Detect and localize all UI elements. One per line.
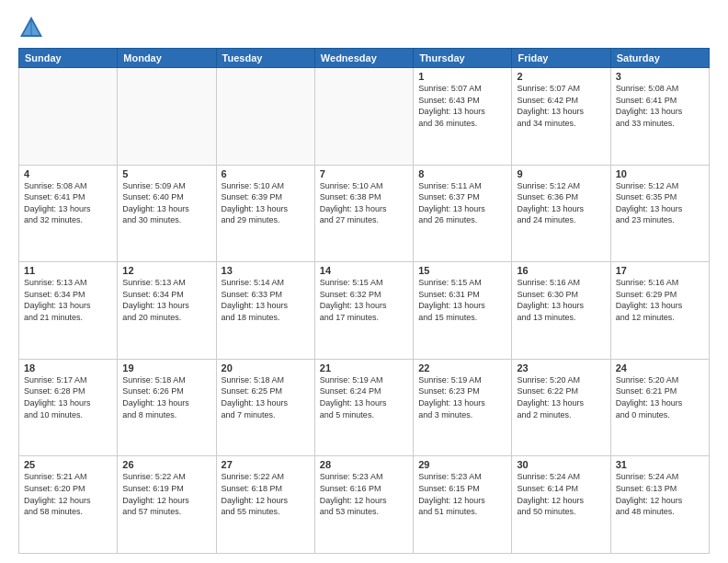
day-number: 23 [517,362,605,373]
day-info: Sunrise: 5:10 AM Sunset: 6:39 PM Dayligh… [222,180,310,226]
day-info: Sunrise: 5:12 AM Sunset: 6:36 PM Dayligh… [517,180,605,226]
calendar-cell: 31Sunrise: 5:24 AM Sunset: 6:13 PM Dayli… [610,456,709,554]
day-number: 24 [616,362,704,373]
day-info: Sunrise: 5:20 AM Sunset: 6:21 PM Dayligh… [616,374,704,420]
day-number: 8 [418,168,506,179]
day-number: 1 [418,71,506,82]
day-info: Sunrise: 5:24 AM Sunset: 6:13 PM Dayligh… [616,471,704,517]
day-number: 29 [418,459,506,470]
day-info: Sunrise: 5:16 AM Sunset: 6:29 PM Dayligh… [616,277,704,323]
calendar-cell [216,68,314,166]
day-header-saturday: Saturday [610,49,709,68]
calendar-cell: 27Sunrise: 5:22 AM Sunset: 6:18 PM Dayli… [216,456,314,554]
day-number: 10 [616,168,704,179]
day-info: Sunrise: 5:22 AM Sunset: 6:18 PM Dayligh… [222,471,310,517]
day-info: Sunrise: 5:11 AM Sunset: 6:37 PM Dayligh… [418,180,506,226]
day-header-wednesday: Wednesday [314,49,413,68]
week-row-4: 18Sunrise: 5:17 AM Sunset: 6:28 PM Dayli… [19,359,710,456]
calendar-cell: 17Sunrise: 5:16 AM Sunset: 6:29 PM Dayli… [610,262,709,360]
day-number: 27 [222,459,310,470]
day-info: Sunrise: 5:08 AM Sunset: 6:41 PM Dayligh… [616,83,704,129]
day-info: Sunrise: 5:19 AM Sunset: 6:24 PM Dayligh… [320,374,408,420]
day-info: Sunrise: 5:12 AM Sunset: 6:35 PM Dayligh… [616,180,704,226]
calendar-cell: 6Sunrise: 5:10 AM Sunset: 6:39 PM Daylig… [216,165,314,262]
calendar-cell: 1Sunrise: 5:07 AM Sunset: 6:43 PM Daylig… [414,68,512,166]
day-info: Sunrise: 5:08 AM Sunset: 6:41 PM Dayligh… [24,180,112,226]
day-info: Sunrise: 5:07 AM Sunset: 6:42 PM Dayligh… [517,83,605,129]
week-row-2: 4Sunrise: 5:08 AM Sunset: 6:41 PM Daylig… [19,165,710,262]
calendar-cell: 8Sunrise: 5:11 AM Sunset: 6:37 PM Daylig… [414,165,512,262]
day-number: 15 [418,265,506,276]
calendar-cell: 23Sunrise: 5:20 AM Sunset: 6:22 PM Dayli… [512,359,610,456]
calendar-cell: 28Sunrise: 5:23 AM Sunset: 6:16 PM Dayli… [314,456,413,554]
day-number: 12 [122,265,210,276]
day-header-monday: Monday [118,49,216,68]
week-row-5: 25Sunrise: 5:21 AM Sunset: 6:20 PM Dayli… [19,456,710,554]
day-info: Sunrise: 5:15 AM Sunset: 6:31 PM Dayligh… [418,277,506,323]
calendar-cell: 25Sunrise: 5:21 AM Sunset: 6:20 PM Dayli… [19,456,118,554]
day-number: 30 [517,459,605,470]
day-number: 19 [122,362,210,373]
day-header-sunday: Sunday [19,49,118,68]
logo [18,15,48,40]
calendar-cell: 14Sunrise: 5:15 AM Sunset: 6:32 PM Dayli… [314,262,413,360]
day-number: 3 [616,71,704,82]
day-number: 20 [222,362,310,373]
day-info: Sunrise: 5:14 AM Sunset: 6:33 PM Dayligh… [222,277,310,323]
day-info: Sunrise: 5:09 AM Sunset: 6:40 PM Dayligh… [122,180,210,226]
day-info: Sunrise: 5:23 AM Sunset: 6:16 PM Dayligh… [320,471,408,517]
day-number: 26 [122,459,210,470]
day-info: Sunrise: 5:23 AM Sunset: 6:15 PM Dayligh… [418,471,506,517]
day-number: 5 [122,168,210,179]
week-row-1: 1Sunrise: 5:07 AM Sunset: 6:43 PM Daylig… [19,68,710,166]
calendar-table: SundayMondayTuesdayWednesdayThursdayFrid… [18,48,710,554]
day-info: Sunrise: 5:19 AM Sunset: 6:23 PM Dayligh… [418,374,506,420]
calendar-cell: 21Sunrise: 5:19 AM Sunset: 6:24 PM Dayli… [314,359,413,456]
calendar-cell: 15Sunrise: 5:15 AM Sunset: 6:31 PM Dayli… [414,262,512,360]
calendar-cell: 13Sunrise: 5:14 AM Sunset: 6:33 PM Dayli… [216,262,314,360]
day-number: 31 [616,459,704,470]
page: SundayMondayTuesdayWednesdayThursdayFrid… [0,0,728,563]
day-number: 11 [24,265,112,276]
day-info: Sunrise: 5:20 AM Sunset: 6:22 PM Dayligh… [517,374,605,420]
day-number: 14 [320,265,408,276]
calendar-cell: 3Sunrise: 5:08 AM Sunset: 6:41 PM Daylig… [610,68,709,166]
day-info: Sunrise: 5:24 AM Sunset: 6:14 PM Dayligh… [517,471,605,517]
day-info: Sunrise: 5:18 AM Sunset: 6:25 PM Dayligh… [222,374,310,420]
day-number: 4 [24,168,112,179]
day-info: Sunrise: 5:17 AM Sunset: 6:28 PM Dayligh… [24,374,112,420]
day-info: Sunrise: 5:15 AM Sunset: 6:32 PM Dayligh… [320,277,408,323]
day-info: Sunrise: 5:18 AM Sunset: 6:26 PM Dayligh… [122,374,210,420]
day-header-tuesday: Tuesday [216,49,314,68]
day-info: Sunrise: 5:21 AM Sunset: 6:20 PM Dayligh… [24,471,112,517]
calendar-cell: 4Sunrise: 5:08 AM Sunset: 6:41 PM Daylig… [19,165,118,262]
header [18,15,710,40]
calendar-cell: 11Sunrise: 5:13 AM Sunset: 6:34 PM Dayli… [19,262,118,360]
calendar-cell: 10Sunrise: 5:12 AM Sunset: 6:35 PM Dayli… [610,165,709,262]
calendar-cell: 24Sunrise: 5:20 AM Sunset: 6:21 PM Dayli… [610,359,709,456]
calendar-cell: 29Sunrise: 5:23 AM Sunset: 6:15 PM Dayli… [414,456,512,554]
days-row: SundayMondayTuesdayWednesdayThursdayFrid… [19,49,710,68]
calendar-cell: 30Sunrise: 5:24 AM Sunset: 6:14 PM Dayli… [512,456,610,554]
day-number: 16 [517,265,605,276]
day-number: 21 [320,362,408,373]
day-header-thursday: Thursday [414,49,512,68]
day-number: 6 [222,168,310,179]
calendar-cell: 12Sunrise: 5:13 AM Sunset: 6:34 PM Dayli… [118,262,216,360]
day-number: 13 [222,265,310,276]
day-number: 17 [616,265,704,276]
day-number: 2 [517,71,605,82]
day-number: 9 [517,168,605,179]
calendar-cell: 9Sunrise: 5:12 AM Sunset: 6:36 PM Daylig… [512,165,610,262]
day-number: 22 [418,362,506,373]
calendar-body: 1Sunrise: 5:07 AM Sunset: 6:43 PM Daylig… [19,68,710,554]
day-number: 18 [24,362,112,373]
calendar-cell: 19Sunrise: 5:18 AM Sunset: 6:26 PM Dayli… [118,359,216,456]
calendar-cell: 5Sunrise: 5:09 AM Sunset: 6:40 PM Daylig… [118,165,216,262]
calendar-cell: 2Sunrise: 5:07 AM Sunset: 6:42 PM Daylig… [512,68,610,166]
day-number: 7 [320,168,408,179]
day-info: Sunrise: 5:16 AM Sunset: 6:30 PM Dayligh… [517,277,605,323]
logo-icon [18,15,44,40]
calendar-cell: 16Sunrise: 5:16 AM Sunset: 6:30 PM Dayli… [512,262,610,360]
day-info: Sunrise: 5:22 AM Sunset: 6:19 PM Dayligh… [122,471,210,517]
